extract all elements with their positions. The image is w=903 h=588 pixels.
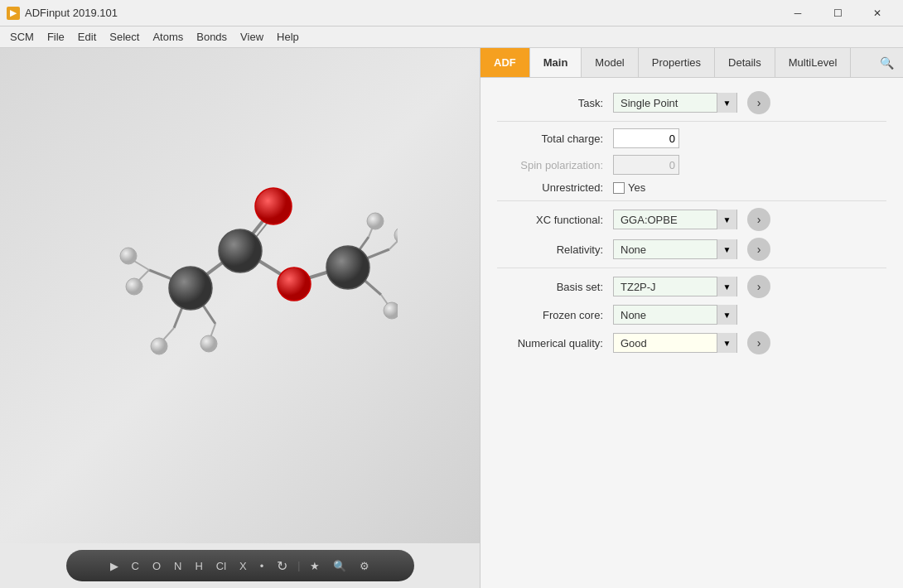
main-content: ▶ C O N H Cl X • ↻ | ★ 🔍 ⚙ ADF Main Mode…	[0, 48, 903, 588]
relativity-control: None ▼ ›	[613, 238, 770, 261]
frozen-dropdown[interactable]: None ▼	[613, 305, 737, 325]
tab-properties[interactable]: Properties	[639, 48, 715, 77]
dot-btn[interactable]: •	[257, 558, 268, 574]
xc-control: GGA:OPBE ▼ ›	[613, 208, 770, 231]
quality-details-btn[interactable]: ›	[747, 331, 770, 354]
restore-button[interactable]: ☐	[818, 0, 857, 27]
menu-scm[interactable]: SCM	[3, 27, 41, 47]
app-title: ADFinput 2019.101	[25, 7, 779, 19]
task-details-btn[interactable]: ›	[747, 91, 770, 114]
tab-details[interactable]: Details	[715, 48, 775, 77]
quality-control: Good ▼ ›	[613, 331, 770, 354]
xc-details-btn[interactable]: ›	[747, 208, 770, 231]
spin-row: Spin polarization:	[497, 155, 886, 175]
basis-control: TZ2P-J ▼ ›	[613, 275, 770, 298]
frozen-value: None	[614, 309, 717, 321]
basis-value: TZ2P-J	[614, 281, 717, 293]
tab-bar: ADF Main Model Properties Details MultiL…	[480, 48, 903, 78]
tab-adf[interactable]: ADF	[480, 48, 530, 77]
xc-dropdown[interactable]: GGA:OPBE ▼	[613, 210, 737, 229]
quality-dropdown-arrow[interactable]: ▼	[717, 333, 736, 353]
nitrogen-btn[interactable]: N	[171, 558, 185, 574]
unrestricted-checkbox-label[interactable]: Yes	[613, 181, 645, 194]
quality-dropdown[interactable]: Good ▼	[613, 333, 737, 353]
app-icon: ▶	[7, 7, 20, 20]
svg-point-22	[326, 246, 369, 289]
viewer-panel: ▶ C O N H Cl X • ↻ | ★ 🔍 ⚙	[0, 48, 480, 588]
xc-dropdown-arrow[interactable]: ▼	[717, 210, 736, 229]
molecule-canvas[interactable]	[0, 48, 480, 543]
spin-control	[613, 155, 679, 175]
xc-row: XC functional: GGA:OPBE ▼ ›	[497, 208, 886, 231]
divider-1	[497, 121, 886, 122]
svg-point-23	[120, 248, 137, 264]
chlorine-btn[interactable]: Cl	[213, 558, 229, 574]
search-icon-btn[interactable]: 🔍	[873, 50, 900, 76]
quality-row: Numerical quality: Good ▼ ›	[497, 331, 886, 354]
relativity-dropdown[interactable]: None ▼	[613, 239, 737, 259]
frozen-dropdown-arrow[interactable]: ▼	[717, 305, 736, 325]
basis-dropdown[interactable]: TZ2P-J ▼	[613, 277, 737, 296]
menu-view[interactable]: View	[234, 27, 270, 47]
menu-edit[interactable]: Edit	[71, 27, 103, 47]
task-label: Task:	[497, 97, 613, 109]
star-btn[interactable]: ★	[307, 558, 323, 574]
svg-point-24	[126, 278, 142, 295]
task-value: Single Point	[614, 97, 717, 109]
close-button[interactable]: ✕	[858, 0, 896, 27]
tab-multilevel[interactable]: MultiLevel	[775, 48, 852, 77]
unrestricted-checkbox[interactable]	[613, 182, 625, 194]
carbon-btn[interactable]: C	[128, 558, 142, 574]
cursor-btn[interactable]: ▶	[107, 558, 122, 574]
svg-point-20	[278, 267, 311, 301]
basis-dropdown-arrow[interactable]: ▼	[717, 277, 736, 296]
spin-input[interactable]	[613, 155, 679, 175]
viewer-toolbar: ▶ C O N H Cl X • ↻ | ★ 🔍 ⚙	[66, 550, 414, 581]
task-dropdown[interactable]: Single Point ▼	[613, 93, 737, 113]
quality-label: Numerical quality:	[497, 337, 613, 349]
window-controls: ─ ☐ ✕	[779, 0, 896, 27]
divider-3	[497, 267, 886, 268]
menu-file[interactable]: File	[41, 27, 71, 47]
svg-point-19	[219, 229, 262, 272]
frozen-row: Frozen core: None ▼	[497, 305, 886, 325]
task-dropdown-arrow[interactable]: ▼	[717, 93, 736, 113]
tab-model[interactable]: Model	[582, 48, 638, 77]
magnify-btn[interactable]: 🔍	[330, 558, 350, 574]
xc-value: GGA:OPBE	[614, 214, 717, 226]
xc-label: XC functional:	[497, 214, 613, 226]
charge-input[interactable]	[613, 128, 679, 148]
task-row: Task: Single Point ▼ ›	[497, 91, 886, 114]
unrestricted-row: Unrestricted: Yes	[497, 181, 886, 194]
relativity-details-btn[interactable]: ›	[747, 238, 770, 261]
divider-2	[497, 200, 886, 201]
menu-atoms[interactable]: Atoms	[146, 27, 190, 47]
gear-btn[interactable]: ⚙	[356, 558, 373, 574]
settings-panel: Task: Single Point ▼ › Total charge:	[480, 78, 903, 588]
rotate-btn[interactable]: ↻	[273, 557, 291, 576]
molecule-visualization	[83, 150, 398, 415]
x-btn[interactable]: X	[236, 558, 250, 574]
minimize-button[interactable]: ─	[779, 0, 817, 27]
charge-label: Total charge:	[497, 133, 613, 145]
svg-point-27	[394, 227, 398, 243]
oxygen-btn[interactable]: O	[149, 558, 164, 574]
hydrogen-btn[interactable]: H	[191, 558, 205, 574]
menu-select[interactable]: Select	[103, 27, 146, 47]
svg-point-25	[151, 338, 167, 354]
menu-help[interactable]: Help	[270, 27, 306, 47]
titlebar: ▶ ADFinput 2019.101 ─ ☐ ✕	[0, 0, 903, 27]
tab-main[interactable]: Main	[530, 48, 582, 77]
task-control: Single Point ▼ ›	[613, 91, 770, 114]
menubar: SCM File Edit Select Atoms Bonds View He…	[0, 27, 903, 48]
svg-point-26	[200, 335, 217, 352]
unrestricted-yes-label: Yes	[628, 181, 645, 194]
right-panel: ADF Main Model Properties Details MultiL…	[480, 48, 903, 588]
svg-point-18	[255, 188, 292, 224]
menu-bonds[interactable]: Bonds	[190, 27, 234, 47]
relativity-dropdown-arrow[interactable]: ▼	[717, 239, 736, 259]
svg-point-21	[169, 267, 212, 310]
basis-details-btn[interactable]: ›	[747, 275, 770, 298]
toolbar-sep: |	[297, 560, 300, 571]
charge-control	[613, 128, 679, 148]
